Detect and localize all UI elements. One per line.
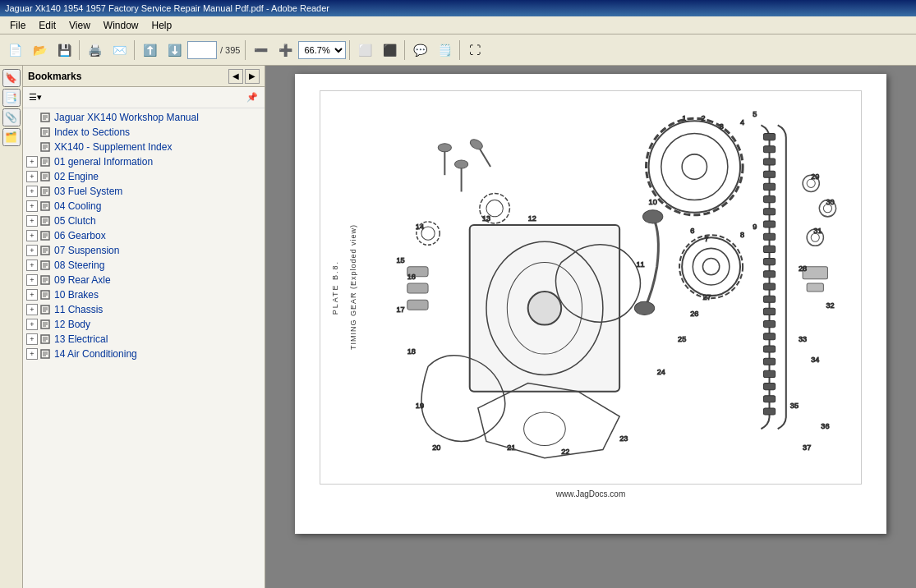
- zoom-in-button[interactable]: ➕: [274, 39, 297, 62]
- bookmark-s02[interactable]: + 02 Engine: [23, 169, 265, 184]
- svg-point-100: [643, 210, 663, 223]
- bookmark-label-s04: 04 Cooling: [54, 200, 101, 212]
- svg-text:27: 27: [702, 293, 711, 301]
- bookmark-index[interactable]: Index to Sections: [23, 125, 265, 140]
- zoom-select[interactable]: 66.7% 50% 75% 100% 125% 150% 200%: [298, 41, 346, 59]
- menu-view[interactable]: View: [62, 18, 97, 33]
- sep1: [79, 40, 80, 60]
- pdf-page: PLATE B.8. TIMING GEAR (Exploded view): [295, 74, 886, 534]
- expand-s08[interactable]: +: [26, 260, 38, 271]
- svg-rect-117: [407, 283, 428, 293]
- svg-text:26: 26: [690, 310, 698, 318]
- collapse-all-button[interactable]: ◀: [228, 69, 243, 84]
- pdf-viewer[interactable]: PLATE B.8. TIMING GEAR (Exploded view): [265, 66, 916, 588]
- stamp-button[interactable]: 🗒️: [433, 39, 456, 62]
- fullscreen-button[interactable]: ⛶: [463, 39, 486, 62]
- expand-s13[interactable]: +: [26, 333, 38, 345]
- expand-s04[interactable]: +: [26, 200, 38, 212]
- bookmark-supplement[interactable]: XK140 - Supplement Index: [23, 140, 265, 154]
- plate-label-container: PLATE B.8.: [327, 91, 343, 484]
- svg-text:5: 5: [753, 110, 757, 118]
- bookmark-s06[interactable]: + 06 Gearbox: [23, 228, 265, 243]
- new-button[interactable]: 📄: [3, 39, 26, 62]
- svg-rect-76: [763, 221, 775, 227]
- layers-icon[interactable]: 🗂️: [2, 128, 21, 146]
- expand-s02[interactable]: +: [26, 171, 38, 182]
- bookmark-icon-s08: [39, 260, 51, 271]
- zoom-out-button[interactable]: ➖: [249, 39, 272, 62]
- bookmark-s08[interactable]: + 08 Steering: [23, 258, 265, 273]
- bookmark-s12[interactable]: + 12 Body: [23, 317, 265, 332]
- next-page-button[interactable]: ⬇️: [163, 39, 186, 62]
- bookmark-s14[interactable]: + 14 Air Conditioning: [23, 347, 265, 361]
- svg-text:37: 37: [803, 443, 811, 452]
- bookmark-s11[interactable]: + 11 Chassis: [23, 302, 265, 317]
- svg-text:35: 35: [790, 402, 799, 410]
- bookmark-s03[interactable]: + 03 Fuel System: [23, 184, 265, 199]
- page-number-input[interactable]: 41: [187, 41, 217, 59]
- expand-s01[interactable]: +: [26, 156, 38, 168]
- bookmark-icon-index: [39, 126, 51, 138]
- open-button[interactable]: 📂: [28, 39, 51, 62]
- svg-text:32: 32: [826, 301, 834, 310]
- svg-text:10: 10: [649, 198, 657, 206]
- bookmark-label-s01: 01 general Information: [54, 156, 153, 168]
- expand-s07[interactable]: +: [26, 245, 38, 256]
- svg-rect-77: [763, 233, 775, 240]
- bookmark-s04[interactable]: + 04 Cooling: [23, 199, 265, 214]
- bookmark-s05[interactable]: + 05 Clutch: [23, 214, 265, 228]
- bookmarks-panel: Bookmarks ◀ ▶ ☰▾ 📌 Jaguar XK140 Workshop…: [23, 66, 265, 588]
- expand-all-button[interactable]: ▶: [245, 69, 260, 84]
- menu-edit[interactable]: Edit: [32, 18, 62, 33]
- email-button[interactable]: ✉️: [108, 39, 131, 62]
- expand-s06[interactable]: +: [26, 230, 38, 241]
- bookmarks-icon[interactable]: 🔖: [2, 69, 21, 87]
- bookmark-label-s09: 09 Rear Axle: [54, 274, 111, 286]
- bookmark-icon-s03: [39, 186, 51, 197]
- attachments-icon[interactable]: 📎: [2, 108, 21, 126]
- print-button[interactable]: 🖨️: [83, 39, 106, 62]
- save-button[interactable]: 💾: [53, 39, 76, 62]
- pdf-diagram: PLATE B.8. TIMING GEAR (Exploded view): [320, 90, 862, 485]
- bookmarks-action-button[interactable]: 📌: [243, 90, 261, 106]
- bookmark-label-s05: 05 Clutch: [54, 215, 96, 227]
- bookmark-s10[interactable]: + 10 Brakes: [23, 287, 265, 302]
- fit-page-button[interactable]: ⬜: [353, 39, 376, 62]
- comment-button[interactable]: 💬: [408, 39, 431, 62]
- expand-s11[interactable]: +: [26, 304, 38, 315]
- expand-s12[interactable]: +: [26, 319, 38, 330]
- sidebar-icons: 🔖 📑 📎 🗂️: [0, 66, 23, 588]
- expand-s09[interactable]: +: [26, 274, 38, 286]
- svg-text:36: 36: [821, 422, 829, 430]
- bookmark-label-s12: 12 Body: [54, 319, 90, 330]
- prev-page-button[interactable]: ⬆️: [138, 39, 161, 62]
- svg-text:7: 7: [704, 235, 708, 243]
- bookmarks-menu-button[interactable]: ☰▾: [26, 90, 44, 106]
- svg-text:24: 24: [657, 368, 665, 376]
- bookmark-label-s02: 02 Engine: [54, 171, 99, 182]
- svg-rect-81: [763, 283, 775, 290]
- expand-s14[interactable]: +: [26, 348, 38, 360]
- bookmark-label-s07: 07 Suspension: [54, 245, 119, 256]
- fit-width-button[interactable]: ⬛: [378, 39, 401, 62]
- svg-rect-89: [763, 384, 775, 390]
- bookmark-s09[interactable]: + 09 Rear Axle: [23, 273, 265, 287]
- menu-window[interactable]: Window: [97, 18, 145, 33]
- expand-s05[interactable]: +: [26, 215, 38, 227]
- menu-file[interactable]: File: [3, 18, 32, 33]
- bookmark-s01[interactable]: + 01 general Information: [23, 154, 265, 169]
- svg-rect-83: [763, 308, 775, 315]
- svg-rect-73: [763, 183, 775, 190]
- pages-icon[interactable]: 📑: [2, 89, 21, 107]
- expand-s10[interactable]: +: [26, 289, 38, 301]
- svg-text:3: 3: [720, 122, 724, 131]
- sep4: [349, 40, 350, 60]
- menu-help[interactable]: Help: [145, 18, 179, 33]
- bookmark-manual[interactable]: Jaguar XK140 Workshop Manual: [23, 110, 265, 125]
- bookmark-icon-s11: [39, 304, 51, 315]
- bookmark-s13[interactable]: + 13 Electrical: [23, 332, 265, 347]
- expand-s03[interactable]: +: [26, 186, 38, 197]
- bookmark-s07[interactable]: + 07 Suspension: [23, 243, 265, 258]
- svg-rect-126: [807, 283, 823, 292]
- svg-text:15: 15: [397, 256, 405, 264]
